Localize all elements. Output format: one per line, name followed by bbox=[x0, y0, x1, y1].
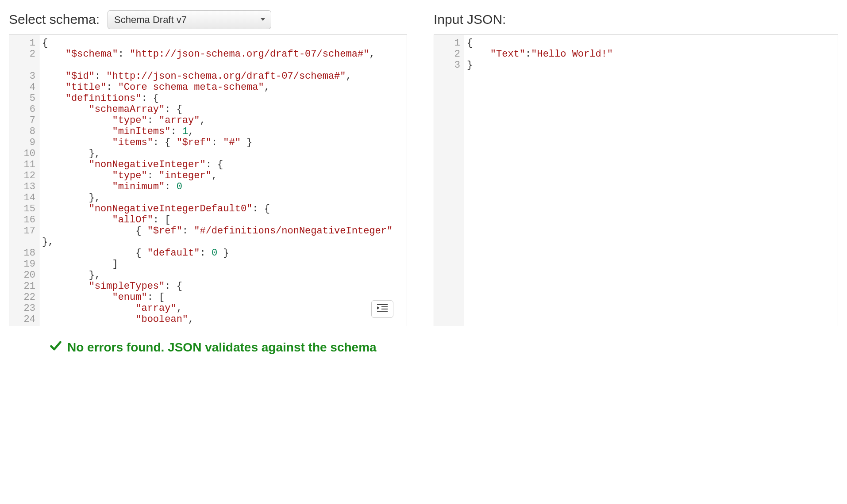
schema-editor[interactable]: 1234567891011121314151617181920212223242… bbox=[9, 34, 407, 326]
status-message: No errors found. JSON validates against … bbox=[67, 340, 377, 355]
input-json-label: Input JSON: bbox=[434, 12, 506, 27]
input-editor[interactable]: 123 { "Text":"Hello World!"} bbox=[434, 34, 838, 326]
select-schema-label: Select schema: bbox=[9, 12, 100, 27]
input-code[interactable]: { "Text":"Hello World!"} bbox=[464, 35, 838, 326]
schema-select[interactable]: Schema Draft v7 bbox=[108, 10, 271, 29]
format-button[interactable] bbox=[371, 300, 393, 318]
indent-icon bbox=[377, 304, 388, 315]
schema-gutter: 1234567891011121314151617181920212223242… bbox=[9, 35, 39, 326]
input-gutter: 123 bbox=[434, 35, 464, 326]
check-icon bbox=[50, 340, 62, 355]
schema-code[interactable]: { "$schema": "http://json-schema.org/dra… bbox=[39, 35, 407, 326]
validation-status: No errors found. JSON validates against … bbox=[50, 340, 838, 355]
